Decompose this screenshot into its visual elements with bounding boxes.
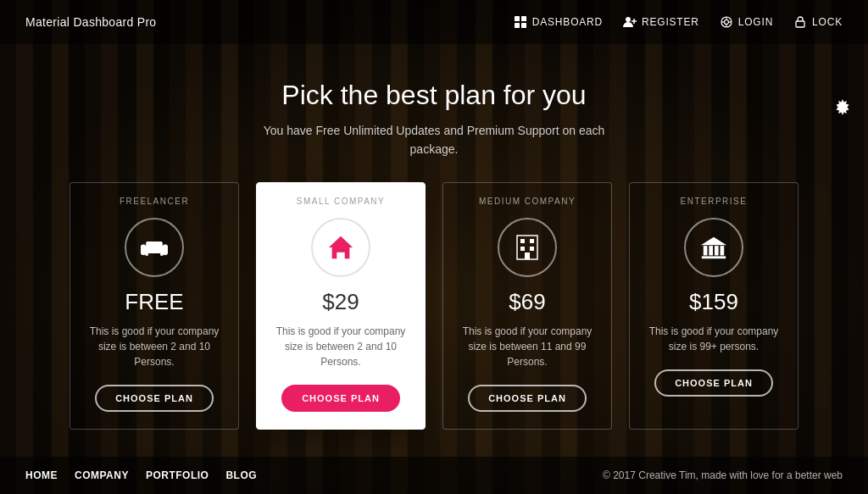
svg-rect-33: [702, 257, 726, 259]
nav-login[interactable]: LOGIN: [720, 15, 773, 29]
svg-rect-31: [715, 247, 719, 256]
register-icon: [623, 15, 637, 29]
plan-small-icon-circle: [311, 218, 370, 277]
top-nav: DASHBOARD REGISTER: [514, 15, 843, 29]
plan-small-label: SMALL COMPANY: [297, 197, 386, 206]
plan-freelancer-label: FREELANCER: [120, 197, 189, 206]
plan-enterprise-btn[interactable]: CHOOSE PLAN: [654, 369, 773, 397]
bank-icon: [700, 234, 727, 261]
plan-medium-icon-circle: [498, 218, 557, 277]
plan-enterprise-price: $159: [689, 289, 738, 315]
nav-lock-label: LOCK: [812, 16, 843, 28]
footer-nav-home[interactable]: HOME: [25, 469, 58, 481]
svg-rect-3: [521, 23, 526, 28]
main-content: Pick the best plan for you You have Free…: [0, 44, 868, 457]
footer-nav: HOME COMPANY PORTFOLIO BLOG: [25, 469, 257, 481]
svg-rect-25: [520, 247, 525, 251]
plan-freelancer-btn[interactable]: CHOOSE PLAN: [95, 385, 214, 412]
nav-login-label: LOGIN: [738, 16, 773, 28]
building-icon: [514, 234, 541, 261]
footer-nav-company[interactable]: COMPANY: [75, 469, 129, 481]
plan-enterprise-desc: This is good if your company size is 99+…: [643, 324, 784, 354]
footer-nav-portfolio[interactable]: PORTFOLIO: [146, 469, 209, 481]
svg-rect-17: [163, 245, 168, 255]
dashboard-icon: [514, 15, 527, 29]
plan-small-desc: This is good if your company size is bet…: [270, 324, 411, 369]
footer: HOME COMPANY PORTFOLIO BLOG © 2017 Creat…: [0, 457, 868, 494]
svg-marker-21: [329, 236, 353, 258]
footer-nav-blog[interactable]: BLOG: [225, 469, 257, 481]
nav-register[interactable]: REGISTER: [623, 15, 699, 29]
plan-small-btn[interactable]: CHOOSE PLAN: [281, 385, 400, 412]
plan-medium-company: MEDIUM COMPANY $69 This is good if your …: [442, 182, 612, 430]
plan-small-company: SMALL COMPANY $29 This is good if your c…: [256, 182, 426, 430]
plan-enterprise: ENTERPRISE $159 This is good if your com…: [629, 182, 798, 430]
svg-rect-26: [530, 247, 534, 251]
lock-icon: [793, 15, 807, 29]
svg-point-4: [626, 17, 631, 22]
plan-enterprise-icon-circle: [684, 218, 743, 277]
nav-register-label: REGISTER: [642, 16, 699, 28]
page: Material Dashboard Pro DASHBOARD: [0, 0, 868, 494]
svg-rect-16: [141, 245, 146, 255]
nav-dashboard-label: DASHBOARD: [532, 16, 603, 28]
svg-rect-2: [515, 23, 520, 28]
login-icon: [720, 15, 733, 29]
home-icon: [327, 234, 354, 261]
footer-copyright: © 2017 Creative Tim, made with love for …: [603, 469, 843, 481]
svg-rect-30: [709, 247, 713, 256]
nav-lock[interactable]: LOCK: [793, 15, 843, 29]
svg-rect-20: [146, 241, 163, 247]
plan-medium-price: $69: [509, 289, 545, 315]
svg-rect-13: [796, 21, 804, 27]
svg-rect-1: [521, 16, 526, 21]
header: Material Dashboard Pro DASHBOARD: [0, 0, 868, 44]
svg-marker-28: [701, 237, 726, 245]
svg-rect-32: [721, 247, 725, 256]
svg-rect-0: [515, 16, 520, 21]
svg-point-8: [724, 20, 728, 25]
plan-enterprise-label: ENTERPRISE: [681, 197, 748, 206]
svg-rect-24: [530, 239, 534, 243]
page-title: Pick the best plan for you: [281, 80, 586, 111]
brand-title: Material Dashboard Pro: [25, 15, 156, 29]
nav-dashboard[interactable]: DASHBOARD: [514, 15, 603, 29]
pricing-cards: FREELANCER FREE This is good if your com…: [70, 182, 798, 430]
settings-button[interactable]: [829, 93, 856, 120]
plan-freelancer-icon-circle: [125, 218, 184, 277]
page-subtitle: You have Free Unlimited Updates and Prem…: [256, 121, 612, 159]
plan-freelancer: FREELANCER FREE This is good if your com…: [70, 182, 239, 430]
svg-rect-19: [160, 253, 164, 256]
plan-medium-desc: This is good if your company size is bet…: [457, 324, 598, 369]
plan-small-price: $29: [322, 289, 359, 315]
plan-medium-btn[interactable]: CHOOSE PLAN: [468, 385, 587, 412]
svg-rect-18: [145, 253, 148, 256]
plan-medium-label: MEDIUM COMPANY: [479, 197, 576, 206]
svg-rect-29: [704, 247, 708, 256]
plan-freelancer-desc: This is good if your company size is bet…: [84, 324, 225, 369]
couch-icon: [141, 234, 168, 261]
svg-rect-23: [520, 239, 525, 243]
plan-freelancer-price: FREE: [125, 289, 183, 315]
svg-rect-27: [525, 253, 530, 259]
